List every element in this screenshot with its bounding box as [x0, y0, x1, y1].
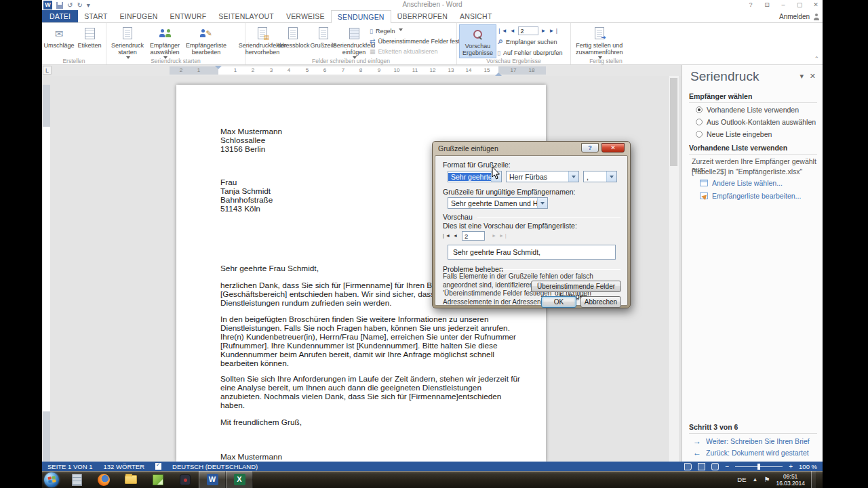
zoom-level[interactable]: 100 % — [799, 463, 817, 470]
punctuation-combo[interactable]: , — [583, 171, 617, 182]
indent-marker-right[interactable] — [495, 69, 502, 76]
dialog-first-record-icon[interactable]: ❘◄ — [441, 232, 450, 241]
read-mode-icon[interactable] — [684, 463, 692, 470]
vorschau-ergebnisse-toggle[interactable]: Vorschau Ergebnisse — [459, 24, 496, 58]
letter-paragraph-2[interactable]: In den beigefügten Broschüren finden Sie… — [220, 315, 516, 367]
empfaengerliste-bearbeiten-button[interactable]: ✎ Empfängerliste bearbeiten — [183, 24, 229, 57]
web-layout-icon[interactable] — [711, 463, 719, 470]
seriendruck-starten-button[interactable]: Seriendruck starten — [108, 24, 146, 62]
taskbar-clock[interactable]: 09:51 16.03.2014 — [776, 473, 805, 487]
match-fields-dialog-button[interactable]: Übereinstimmende Felder festlegen... — [531, 281, 621, 292]
tab-verweise[interactable]: VERWEISE — [280, 10, 331, 22]
maximize-icon[interactable]: ▢ — [794, 0, 805, 9]
combo-dropdown-icon[interactable] — [537, 198, 547, 208]
tab-einfuegen[interactable]: EINFÜGEN — [114, 10, 164, 22]
dialog-close-icon[interactable]: ✕ — [601, 143, 625, 152]
dialog-record-number-input[interactable]: 2 — [462, 231, 485, 241]
wizard-back-link[interactable]: ← Zurück: Dokument wird gestartet — [693, 448, 809, 458]
page-indicator[interactable]: SEITE 1 VON 1 — [47, 463, 93, 470]
scrollbar-thumb[interactable] — [670, 78, 677, 166]
tab-selector[interactable]: L — [43, 66, 52, 75]
help-icon[interactable]: ? — [745, 0, 756, 9]
seriendruckfelder-hervorheben-button[interactable]: ▤ Seriendruckfelder hervorheben — [248, 24, 277, 57]
letter-paragraph-3[interactable]: Sollten Sie sich Ihre Anforderungen im L… — [220, 375, 520, 410]
choose-other-list-link[interactable]: Andere Liste wählen... — [700, 179, 783, 187]
next-record-icon[interactable]: ► — [541, 26, 547, 35]
closing-line[interactable]: Mit freundlichem Gruß, — [220, 418, 302, 427]
combo-dropdown-icon[interactable] — [568, 171, 578, 182]
seriendruckfeld-einfuegen-button[interactable]: Seriendruckfeld einfügen — [339, 24, 369, 62]
tab-entwurf[interactable]: ENTWURF — [163, 10, 212, 22]
name-format-combo[interactable]: Herr Fürbas — [506, 171, 579, 182]
tray-expand-icon[interactable]: ▲ — [753, 476, 758, 483]
combo-dropdown-icon[interactable] — [606, 171, 616, 182]
zoom-out-icon[interactable]: − — [725, 463, 729, 470]
tab-ueberpruefen[interactable]: ÜBERPRÜFEN — [391, 10, 454, 22]
etiketten-button[interactable]: Etiketten — [75, 24, 104, 49]
vertical-ruler[interactable] — [43, 85, 50, 462]
radio-outlook-contacts[interactable]: Aus Outlook-Kontakten auswählen — [696, 118, 816, 126]
word-count[interactable]: 132 WÖRTER — [104, 463, 145, 470]
signature-line[interactable]: Max Mustermann — [220, 453, 282, 462]
sender-address[interactable]: Max Mustermann Schlossallee 13156 Berlin — [220, 127, 282, 154]
dialog-next-record-icon[interactable]: ► — [490, 232, 498, 241]
edit-recipient-list-link[interactable]: Empfängerliste bearbeiten... — [700, 192, 801, 200]
taskbar-firefox-icon[interactable] — [90, 471, 117, 488]
auf-fehler-ueberpruefen-button[interactable]: ▯ Auf Fehler überprüfen — [497, 48, 563, 57]
indent-marker-left[interactable] — [215, 66, 222, 73]
zoom-in-icon[interactable]: + — [789, 463, 793, 470]
tab-datei[interactable]: DATEI — [42, 10, 78, 22]
window-controls: ? ⊡ – ▢ ✕ — [745, 0, 821, 9]
tab-sendungen[interactable]: SENDUNGEN — [331, 10, 391, 23]
ok-button[interactable]: OK — [541, 296, 576, 308]
pane-close-icon[interactable]: ✕ — [810, 72, 816, 81]
taskbar-excel-button[interactable]: X — [226, 471, 253, 488]
vertical-scrollbar[interactable] — [668, 76, 679, 462]
close-icon[interactable]: ✕ — [810, 0, 821, 9]
tab-seitenlayout[interactable]: SEITENLAYOUT — [212, 10, 280, 22]
collapse-ribbon-icon[interactable]: ⌃ — [814, 56, 819, 62]
invalid-names-combo[interactable]: Sehr geehrte Damen und Herren, — [448, 197, 548, 209]
recipient-address[interactable]: Frau Tanja Schmidt Bahnhofstraße 51143 K… — [220, 178, 273, 214]
adressblock-button[interactable]: Adressblock — [278, 24, 308, 49]
ribbon-display-options-icon[interactable]: ⊡ — [762, 0, 772, 9]
proofing-icon[interactable] — [155, 463, 161, 470]
last-record-icon[interactable]: ►❘ — [549, 26, 559, 35]
first-record-icon[interactable]: ❘◄ — [497, 26, 507, 35]
zoom-slider[interactable] — [735, 466, 783, 467]
wizard-next-link[interactable]: → Weiter: Schreiben Sie Ihren Brief — [693, 436, 810, 446]
tab-start[interactable]: START — [78, 10, 113, 22]
action-center-flag-icon[interactable]: ⚑ — [764, 476, 770, 483]
minimize-icon[interactable]: – — [778, 0, 789, 9]
dialog-help-icon[interactable]: ? — [581, 143, 599, 152]
previous-record-icon[interactable]: ◄ — [510, 26, 515, 35]
pane-options-icon[interactable]: ▾ — [800, 72, 804, 81]
radio-new-list[interactable]: Neue Liste eingeben — [696, 130, 772, 138]
tab-ansicht[interactable]: ANSICHT — [454, 10, 498, 22]
start-button[interactable] — [44, 472, 59, 487]
taskbar-explorer-icon[interactable] — [117, 471, 144, 488]
sign-in[interactable]: Anmelden — [779, 10, 820, 23]
horizontal-ruler[interactable]: 2 1 1 2 3 4 5 6 7 8 9 10 11 12 13 14 15 … — [170, 66, 546, 75]
letter-paragraph-1[interactable]: herzlichen Dank, dass Sie sich für [Firm… — [220, 281, 450, 308]
taskbar-calculator-icon[interactable] — [63, 471, 90, 488]
cancel-button[interactable]: Abbrechen — [580, 296, 621, 308]
taskbar-camera-icon[interactable] — [172, 471, 199, 488]
salutation-line[interactable]: Sehr geehrte Frau Schmidt, — [220, 264, 319, 273]
record-number-input[interactable]: 2 — [518, 26, 538, 35]
keyboard-language[interactable]: DE — [737, 476, 746, 483]
show-desktop-button[interactable] — [811, 471, 816, 488]
zoom-slider-thumb[interactable] — [757, 464, 760, 470]
fertig-stellen-button[interactable]: ➜ Fertig stellen und zusammenführen — [573, 24, 626, 62]
empfaenger-suchen-button[interactable]: 🔎︎ Empfänger suchen — [497, 37, 563, 46]
rules-icon: ▯ — [370, 28, 373, 35]
dialog-previous-record-icon[interactable]: ◄ — [451, 232, 460, 241]
print-layout-icon[interactable] — [698, 463, 705, 470]
taskbar-notes-icon[interactable] — [144, 471, 172, 488]
umschlaege-button[interactable]: ✉ Umschläge — [44, 24, 74, 49]
empfaenger-auswaehlen-button[interactable]: Empfänger auswählen — [147, 24, 182, 62]
dialog-last-record-icon[interactable]: ►❘ — [499, 232, 508, 241]
language-indicator[interactable]: DEUTSCH (DEUTSCHLAND) — [172, 463, 258, 470]
radio-existing-list[interactable]: Vorhandene Liste verwenden — [696, 106, 799, 114]
taskbar-word-button[interactable]: W — [199, 471, 226, 488]
